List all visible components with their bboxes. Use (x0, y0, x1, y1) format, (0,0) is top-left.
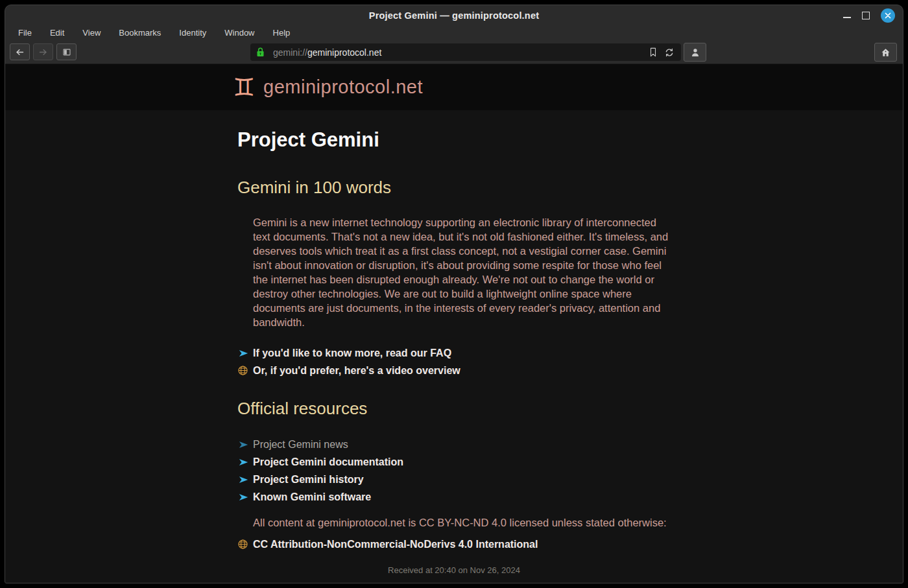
heading-gemini-in-100-words: Gemini in 100 words (237, 178, 671, 198)
link-known-gemini-software[interactable]: Known Gemini software (237, 488, 671, 506)
gemini-link-arrow-icon (237, 440, 253, 450)
sidebar-icon (62, 47, 72, 57)
forward-icon (38, 47, 49, 57)
link-label: CC Attribution-NonCommercial-NoDerivs 4.… (253, 539, 538, 550)
title-bar[interactable]: Project Gemini — geminiprotocol.net (5, 5, 903, 25)
close-icon (885, 12, 891, 19)
globe-icon (237, 539, 253, 550)
globe-icon (237, 365, 253, 376)
url-scheme: gemini:// (273, 47, 307, 58)
menu-bar: File Edit View Bookmarks Identity Window… (5, 25, 903, 40)
link-label: Project Gemini history (253, 474, 364, 486)
page-area: ♊ geminiprotocol.net Project Gemini Gemi… (5, 64, 903, 583)
url-actions (649, 47, 675, 58)
url-host: geminiprotocol.net (307, 47, 381, 58)
link-video-overview[interactable]: Or, if you'd prefer, here's a video over… (237, 362, 671, 379)
license-links: CC Attribution-NonCommercial-NoDerivs 4.… (237, 535, 671, 553)
link-label: Known Gemini software (253, 491, 371, 503)
menu-bookmarks[interactable]: Bookmarks (110, 27, 170, 39)
window-title: Project Gemini — geminiprotocol.net (369, 10, 539, 21)
menu-view[interactable]: View (73, 27, 110, 39)
reload-icon[interactable] (664, 47, 675, 58)
window-controls (843, 5, 895, 25)
heading-official-resources: Official resources (237, 399, 671, 419)
page-title: Project Gemini (237, 128, 671, 152)
intro-links: If you'd like to know more, read our FAQ… (237, 344, 671, 379)
intro-paragraph: Gemini is a new internet technology supp… (253, 215, 670, 329)
resource-links: Project Gemini news Project Gemini docum… (237, 436, 671, 506)
link-label: Project Gemini news (253, 439, 348, 451)
menu-file[interactable]: File (9, 27, 41, 39)
site-banner: ♊ geminiprotocol.net (5, 64, 903, 110)
gemini-link-arrow-icon (237, 492, 253, 502)
site-name: geminiprotocol.net (263, 76, 423, 98)
sidebar-toggle-button[interactable] (56, 43, 77, 60)
link-label: If you'd like to know more, read our FAQ (253, 347, 451, 359)
gemini-logo-icon: ♊ (233, 75, 255, 100)
menu-help[interactable]: Help (264, 27, 300, 39)
gemini-link-arrow-icon (237, 475, 253, 485)
home-button[interactable] (874, 43, 897, 62)
back-button[interactable] (10, 43, 30, 60)
navigation-toolbar: gemini://geminiprotocol.net (5, 40, 903, 64)
close-button[interactable] (881, 8, 895, 23)
link-faq[interactable]: If you'd like to know more, read our FAQ (237, 344, 671, 362)
link-label: Project Gemini documentation (253, 456, 403, 468)
lock-icon (256, 47, 265, 58)
minimize-button[interactable] (843, 13, 851, 18)
page-content: Project Gemini Gemini in 100 words Gemin… (5, 110, 903, 583)
forward-button[interactable] (33, 43, 53, 60)
browser-window: Project Gemini — geminiprotocol.net File… (5, 5, 903, 583)
link-label: Or, if you'd prefer, here's a video over… (253, 365, 460, 377)
link-project-gemini-history[interactable]: Project Gemini history (237, 471, 671, 488)
menu-window[interactable]: Window (215, 27, 263, 39)
home-icon (880, 47, 891, 58)
identity-button[interactable] (684, 43, 706, 62)
gemini-link-arrow-icon (237, 457, 253, 467)
maximize-button[interactable] (862, 12, 870, 19)
license-text: All content at geminiprotocol.net is CC … (253, 517, 671, 529)
url-bar[interactable]: gemini://geminiprotocol.net (250, 43, 681, 61)
link-cc-license[interactable]: CC Attribution-NonCommercial-NoDerivs 4.… (237, 535, 671, 553)
menu-edit[interactable]: Edit (41, 27, 73, 39)
url-input[interactable]: gemini://geminiprotocol.net (273, 47, 649, 58)
link-project-gemini-documentation[interactable]: Project Gemini documentation (237, 453, 671, 471)
bookmark-icon[interactable] (649, 47, 658, 58)
back-icon (14, 47, 25, 57)
gemini-link-arrow-icon (237, 348, 253, 359)
link-project-gemini-news[interactable]: Project Gemini news (237, 436, 671, 453)
menu-identity[interactable]: Identity (170, 27, 215, 39)
person-icon (690, 47, 700, 58)
received-timestamp: Received at 20:40 on Nov 26, 2024 (5, 565, 903, 575)
